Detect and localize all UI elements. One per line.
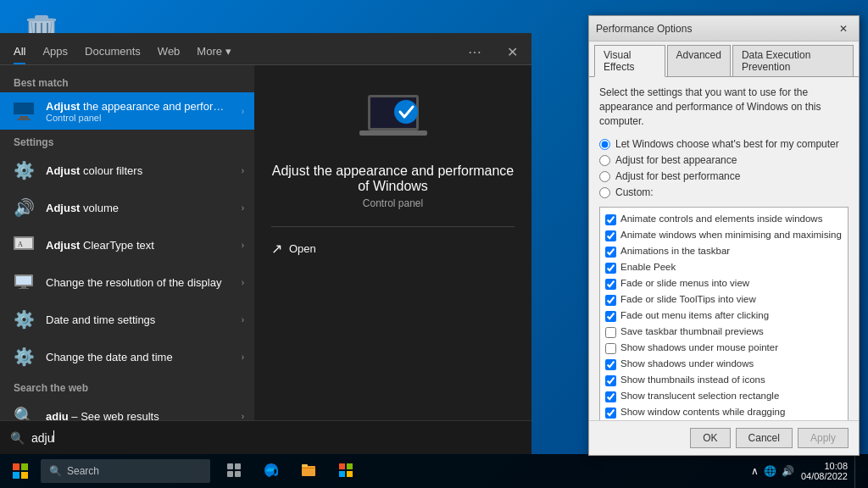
tab-apps[interactable]: Apps xyxy=(42,40,68,64)
checkbox-thumbnails-icons-input[interactable] xyxy=(605,375,616,386)
radio-best-appearance-input[interactable] xyxy=(599,155,610,166)
tab-web[interactable]: Web xyxy=(158,40,181,64)
preview-icon xyxy=(359,91,427,150)
settings-item-datetime-settings[interactable]: ⚙️ Date and time settings › xyxy=(0,301,254,338)
checkbox-animate-windows[interactable]: Animate windows when minimising and maxi… xyxy=(604,227,844,243)
radio-custom-input[interactable] xyxy=(599,187,610,198)
best-match-item[interactable]: Adjust the appearance and performance of… xyxy=(0,92,254,130)
checkbox-window-contents[interactable]: Show window contents while dragging xyxy=(604,404,844,420)
checkbox-save-thumbnails-input[interactable] xyxy=(605,327,616,338)
radio-let-windows[interactable]: Let Windows choose what's best for my co… xyxy=(599,138,849,150)
web-search-label: Search the web xyxy=(0,375,254,397)
start-menu: All Apps Documents Web More ▾ ⋯ ✕ Best m… xyxy=(0,33,531,454)
dialog-titlebar: Performance Options ✕ xyxy=(589,16,859,42)
checkbox-window-contents-label: Show window contents while dragging xyxy=(620,406,785,419)
taskbar-store-button[interactable] xyxy=(329,454,363,488)
taskbar-search-box[interactable]: 🔍 Search xyxy=(41,459,210,483)
checkbox-animate-windows-input[interactable] xyxy=(605,230,616,241)
checkbox-shadows-windows[interactable]: Show shadows under windows xyxy=(604,356,844,372)
taskbar-right: ∧ 🌐 🔊 10:08 04/08/2022 xyxy=(751,454,868,488)
checkbox-fade-slide-menus-label: Fade or slide menus into view xyxy=(620,277,749,290)
search-input[interactable]: adju xyxy=(31,430,521,445)
preview-divider xyxy=(271,226,515,227)
settings-item-datetime-change[interactable]: ⚙️ Change the date and time › xyxy=(0,338,254,375)
taskbar-edge-button[interactable] xyxy=(254,454,288,488)
checkbox-fade-tooltips[interactable]: Fade or slide ToolTips into view xyxy=(604,291,844,308)
svg-rect-15 xyxy=(21,286,26,288)
ok-button[interactable]: OK xyxy=(690,428,730,448)
checkbox-fade-menu-items[interactable]: Fade out menu items after clicking xyxy=(604,308,844,324)
checkbox-shadows-mouse-input[interactable] xyxy=(605,343,616,354)
start-button[interactable] xyxy=(0,454,41,488)
taskbar-system-icons: ∧ 🌐 🔊 xyxy=(751,465,794,477)
taskbar-clock[interactable]: 10:08 04/08/2022 xyxy=(801,461,848,481)
checkbox-translucent-selection-input[interactable] xyxy=(605,391,616,402)
tab-documents[interactable]: Documents xyxy=(85,40,141,64)
taskbar-show-desktop[interactable] xyxy=(854,454,860,488)
settings-section-label: Settings xyxy=(0,130,254,152)
radio-best-performance-input[interactable] xyxy=(599,171,610,182)
open-button[interactable]: ↗ Open xyxy=(271,241,316,257)
web-search-item[interactable]: 🔍 adju – See web results › xyxy=(0,397,254,420)
dialog-buttons: OK Cancel Apply xyxy=(589,420,859,455)
datetime-change-text: Change the date and time xyxy=(46,351,233,363)
datetime-change-title: Change the date and time xyxy=(46,351,233,363)
volume-title: Adjust volume xyxy=(46,202,233,214)
svg-rect-31 xyxy=(339,463,345,469)
taskbar-volume-icon[interactable]: 🔊 xyxy=(782,465,794,477)
checkbox-window-contents-input[interactable] xyxy=(605,408,616,419)
checkbox-enable-peek-input[interactable] xyxy=(605,263,616,274)
close-search-button[interactable]: ✕ xyxy=(507,44,518,60)
settings-item-volume[interactable]: 🔊 Adjust volume › xyxy=(0,189,254,226)
settings-item-colour-filters[interactable]: ⚙️ Adjust colour filters › xyxy=(0,152,254,189)
checkbox-animations-taskbar-input[interactable] xyxy=(605,247,616,258)
dialog-close-button[interactable]: ✕ xyxy=(835,20,852,37)
checkbox-shadows-mouse[interactable]: Show shadows under mouse pointer xyxy=(604,340,844,356)
checkbox-fade-menu-items-label: Fade out menu items after clicking xyxy=(620,309,769,322)
checkbox-enable-peek[interactable]: Enable Peek xyxy=(604,259,844,275)
tab-all[interactable]: All xyxy=(14,40,25,64)
search-right-panel: Adjust the appearance and performance of… xyxy=(254,65,531,420)
datetime-change-icon: ⚙️ xyxy=(10,343,37,370)
radio-custom[interactable]: Custom: xyxy=(599,186,849,198)
checkbox-translucent-selection[interactable]: Show translucent selection rectangle xyxy=(604,388,844,404)
taskbar: 🔍 Search xyxy=(0,454,868,488)
taskbar-explorer-button[interactable] xyxy=(292,454,326,488)
svg-rect-14 xyxy=(16,276,31,285)
taskbar-up-arrow[interactable]: ∧ xyxy=(751,465,759,477)
svg-rect-16 xyxy=(19,288,29,289)
tab-data-execution[interactable]: Data Execution Prevention xyxy=(732,45,854,76)
open-label: Open xyxy=(289,242,316,255)
checkbox-fade-slide-menus-input[interactable] xyxy=(605,279,616,290)
checkbox-animations-taskbar[interactable]: Animations in the taskbar xyxy=(604,243,844,259)
checkbox-shadows-windows-input[interactable] xyxy=(605,359,616,370)
checkbox-save-thumbnails-label: Save taskbar thumbnail previews xyxy=(620,325,764,338)
svg-rect-2 xyxy=(27,19,56,21)
svg-text:A: A xyxy=(18,241,23,248)
settings-item-cleartype[interactable]: A Adjust ClearType text › xyxy=(0,226,254,263)
search-bar-icon: 🔍 xyxy=(10,431,25,445)
checkbox-fade-slide-menus[interactable]: Fade or slide menus into view xyxy=(604,275,844,291)
checkbox-animate-controls-input[interactable] xyxy=(605,214,616,225)
web-search-text: adju – See web results xyxy=(46,410,233,421)
apply-button[interactable]: Apply xyxy=(798,428,849,448)
tab-more[interactable]: More ▾ xyxy=(197,40,231,64)
checkbox-fade-menu-items-input[interactable] xyxy=(605,311,616,322)
taskbar-search-icon: 🔍 xyxy=(49,465,62,477)
taskbar-taskview-button[interactable] xyxy=(217,454,251,488)
radio-let-windows-input[interactable] xyxy=(599,139,610,150)
tab-advanced[interactable]: Advanced xyxy=(667,45,731,76)
best-match-label: Best match xyxy=(0,72,254,92)
checkbox-animate-controls[interactable]: Animate controls and elements inside win… xyxy=(604,211,844,227)
radio-best-performance[interactable]: Adjust for best performance xyxy=(599,170,849,182)
more-options-button[interactable]: ⋯ xyxy=(468,44,481,60)
checkbox-save-thumbnails[interactable]: Save taskbar thumbnail previews xyxy=(604,324,844,340)
checkbox-fade-tooltips-input[interactable] xyxy=(605,295,616,306)
tab-visual-effects[interactable]: Visual Effects xyxy=(594,45,665,77)
radio-best-appearance[interactable]: Adjust for best appearance xyxy=(599,154,849,166)
svg-point-20 xyxy=(394,100,418,124)
checkbox-thumbnails-icons[interactable]: Show thumbnails instead of icons xyxy=(604,372,844,388)
svg-rect-26 xyxy=(235,463,241,469)
settings-item-resolution[interactable]: Change the resolution of the display › xyxy=(0,263,254,301)
cancel-button[interactable]: Cancel xyxy=(736,428,793,448)
